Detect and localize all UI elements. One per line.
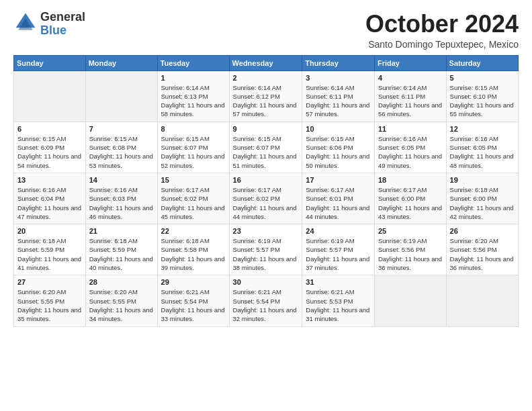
day-number: 11 [378, 125, 443, 133]
col-thursday: Thursday [302, 55, 375, 71]
day-info: Sunrise: 6:18 AMSunset: 5:59 PMDaylight:… [89, 236, 154, 272]
month-title: October 2024 [365, 11, 519, 38]
day-info: Sunrise: 6:17 AMSunset: 6:02 PMDaylight:… [161, 185, 226, 221]
table-cell: 2Sunrise: 6:14 AMSunset: 6:12 PMDaylight… [229, 71, 302, 122]
day-info: Sunrise: 6:18 AMSunset: 5:58 PMDaylight:… [161, 236, 226, 272]
table-cell: 24Sunrise: 6:19 AMSunset: 5:57 PMDayligh… [302, 224, 375, 275]
day-info: Sunrise: 6:16 AMSunset: 6:04 PMDaylight:… [17, 185, 82, 221]
day-number: 5 [450, 74, 515, 82]
day-info: Sunrise: 6:18 AMSunset: 5:59 PMDaylight:… [17, 236, 82, 272]
table-cell: 8Sunrise: 6:15 AMSunset: 6:07 PMDaylight… [157, 122, 229, 173]
table-cell: 23Sunrise: 6:19 AMSunset: 5:57 PMDayligh… [229, 224, 302, 275]
table-cell [374, 275, 446, 326]
calendar-body: 1Sunrise: 6:14 AMSunset: 6:13 PMDaylight… [14, 71, 519, 326]
col-friday: Friday [374, 55, 446, 71]
day-number: 13 [17, 176, 82, 184]
day-info: Sunrise: 6:15 AMSunset: 6:06 PMDaylight:… [306, 134, 371, 170]
day-info: Sunrise: 6:14 AMSunset: 6:11 PMDaylight:… [378, 83, 443, 119]
day-number: 17 [306, 176, 371, 184]
day-info: Sunrise: 6:19 AMSunset: 5:57 PMDaylight:… [306, 236, 371, 272]
day-number: 14 [89, 176, 154, 184]
day-number: 6 [17, 125, 82, 133]
day-number: 19 [450, 176, 515, 184]
table-cell: 3Sunrise: 6:14 AMSunset: 6:11 PMDaylight… [302, 71, 375, 122]
day-info: Sunrise: 6:21 AMSunset: 5:54 PMDaylight:… [233, 287, 299, 323]
day-number: 10 [306, 125, 371, 133]
day-info: Sunrise: 6:20 AMSunset: 5:55 PMDaylight:… [89, 287, 154, 323]
day-number: 18 [378, 176, 443, 184]
table-cell: 28Sunrise: 6:20 AMSunset: 5:55 PMDayligh… [85, 275, 157, 326]
day-info: Sunrise: 6:16 AMSunset: 6:05 PMDaylight:… [378, 134, 443, 170]
table-cell: 15Sunrise: 6:17 AMSunset: 6:02 PMDayligh… [157, 173, 229, 224]
table-cell: 16Sunrise: 6:17 AMSunset: 6:02 PMDayligh… [229, 173, 302, 224]
day-number: 20 [17, 227, 82, 235]
table-cell: 19Sunrise: 6:18 AMSunset: 6:00 PMDayligh… [446, 173, 518, 224]
day-info: Sunrise: 6:15 AMSunset: 6:10 PMDaylight:… [450, 83, 515, 119]
logo-icon [13, 11, 38, 35]
table-cell [85, 71, 157, 122]
logo-text: General Blue [40, 11, 85, 38]
day-number: 22 [161, 227, 226, 235]
day-number: 31 [306, 278, 371, 286]
day-number: 21 [89, 227, 154, 235]
week-row-2: 6Sunrise: 6:15 AMSunset: 6:09 PMDaylight… [14, 122, 519, 173]
table-cell: 22Sunrise: 6:18 AMSunset: 5:58 PMDayligh… [157, 224, 229, 275]
week-row-1: 1Sunrise: 6:14 AMSunset: 6:13 PMDaylight… [14, 71, 519, 122]
table-cell: 1Sunrise: 6:14 AMSunset: 6:13 PMDaylight… [157, 71, 229, 122]
day-info: Sunrise: 6:14 AMSunset: 6:12 PMDaylight:… [233, 83, 299, 119]
table-cell: 14Sunrise: 6:16 AMSunset: 6:03 PMDayligh… [85, 173, 157, 224]
table-cell: 31Sunrise: 6:21 AMSunset: 5:53 PMDayligh… [302, 275, 375, 326]
table-cell: 12Sunrise: 6:16 AMSunset: 6:05 PMDayligh… [446, 122, 518, 173]
table-cell: 17Sunrise: 6:17 AMSunset: 6:01 PMDayligh… [302, 173, 375, 224]
table-cell: 10Sunrise: 6:15 AMSunset: 6:06 PMDayligh… [302, 122, 375, 173]
calendar-header: Sunday Monday Tuesday Wednesday Thursday… [14, 55, 519, 71]
day-number: 4 [378, 74, 443, 82]
logo: General Blue [13, 11, 85, 38]
header-row: Sunday Monday Tuesday Wednesday Thursday… [14, 55, 519, 71]
table-cell: 21Sunrise: 6:18 AMSunset: 5:59 PMDayligh… [85, 224, 157, 275]
day-info: Sunrise: 6:19 AMSunset: 5:57 PMDaylight:… [233, 236, 299, 272]
table-cell: 5Sunrise: 6:15 AMSunset: 6:10 PMDaylight… [446, 71, 518, 122]
table-cell: 11Sunrise: 6:16 AMSunset: 6:05 PMDayligh… [374, 122, 446, 173]
day-info: Sunrise: 6:14 AMSunset: 6:11 PMDaylight:… [306, 83, 371, 119]
day-number: 9 [233, 125, 299, 133]
day-number: 16 [233, 176, 299, 184]
col-tuesday: Tuesday [157, 55, 229, 71]
table-cell: 26Sunrise: 6:20 AMSunset: 5:56 PMDayligh… [446, 224, 518, 275]
week-row-4: 20Sunrise: 6:18 AMSunset: 5:59 PMDayligh… [14, 224, 519, 275]
day-info: Sunrise: 6:17 AMSunset: 6:01 PMDaylight:… [306, 185, 371, 221]
day-info: Sunrise: 6:17 AMSunset: 6:02 PMDaylight:… [233, 185, 299, 221]
day-number: 30 [233, 278, 299, 286]
day-info: Sunrise: 6:15 AMSunset: 6:08 PMDaylight:… [89, 134, 154, 170]
day-number: 24 [306, 227, 371, 235]
logo-blue-text: Blue [40, 24, 85, 38]
day-info: Sunrise: 6:20 AMSunset: 5:55 PMDaylight:… [17, 287, 82, 323]
table-cell [446, 275, 518, 326]
day-info: Sunrise: 6:15 AMSunset: 6:09 PMDaylight:… [17, 134, 82, 170]
day-info: Sunrise: 6:19 AMSunset: 5:56 PMDaylight:… [378, 236, 443, 272]
day-info: Sunrise: 6:21 AMSunset: 5:53 PMDaylight:… [306, 287, 371, 323]
page: General Blue October 2024 Santo Domingo … [0, 0, 532, 411]
day-info: Sunrise: 6:20 AMSunset: 5:56 PMDaylight:… [450, 236, 515, 272]
day-number: 28 [89, 278, 154, 286]
day-number: 7 [89, 125, 154, 133]
week-row-5: 27Sunrise: 6:20 AMSunset: 5:55 PMDayligh… [14, 275, 519, 326]
day-number: 12 [450, 125, 515, 133]
col-monday: Monday [85, 55, 157, 71]
day-number: 2 [233, 74, 299, 82]
day-number: 23 [233, 227, 299, 235]
table-cell [14, 71, 86, 122]
day-number: 3 [306, 74, 371, 82]
day-number: 25 [378, 227, 443, 235]
table-cell: 6Sunrise: 6:15 AMSunset: 6:09 PMDaylight… [14, 122, 86, 173]
table-cell: 4Sunrise: 6:14 AMSunset: 6:11 PMDaylight… [374, 71, 446, 122]
table-cell: 25Sunrise: 6:19 AMSunset: 5:56 PMDayligh… [374, 224, 446, 275]
logo-general-text: General [40, 11, 85, 24]
table-cell: 27Sunrise: 6:20 AMSunset: 5:55 PMDayligh… [14, 275, 86, 326]
table-cell: 18Sunrise: 6:17 AMSunset: 6:00 PMDayligh… [374, 173, 446, 224]
day-info: Sunrise: 6:14 AMSunset: 6:13 PMDaylight:… [161, 83, 226, 119]
table-cell: 30Sunrise: 6:21 AMSunset: 5:54 PMDayligh… [229, 275, 302, 326]
title-block: October 2024 Santo Domingo Tepuxtepec, M… [365, 11, 519, 50]
col-sunday: Sunday [14, 55, 86, 71]
day-info: Sunrise: 6:21 AMSunset: 5:54 PMDaylight:… [161, 287, 226, 323]
